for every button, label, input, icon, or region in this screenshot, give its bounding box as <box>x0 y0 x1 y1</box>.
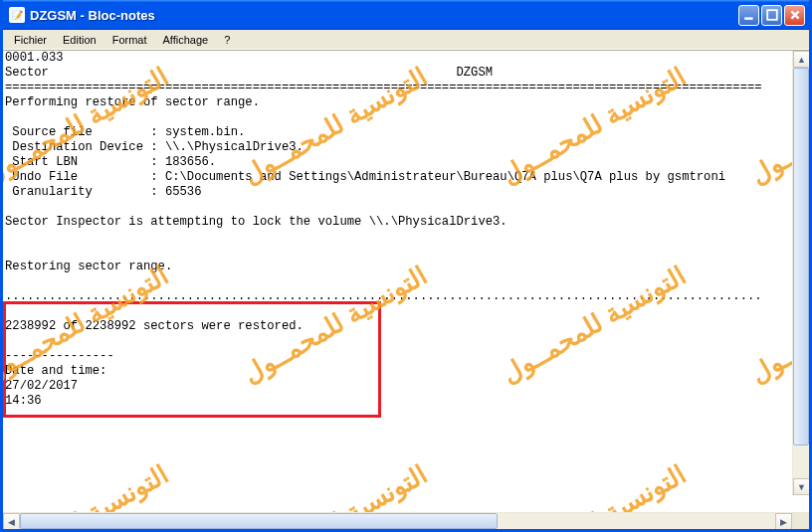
menu-help[interactable]: ? <box>217 32 237 48</box>
vscroll-thumb[interactable] <box>793 68 809 445</box>
text-line: Performing restore of sector range. <box>5 95 260 109</box>
scroll-corner <box>792 512 809 529</box>
scroll-left-icon[interactable]: ◀ <box>3 513 20 529</box>
text-line: Date and time: <box>5 364 106 378</box>
scroll-right-icon[interactable]: ▶ <box>775 513 792 529</box>
text-line: 2238992 of 2238992 sectors were restored… <box>5 319 304 333</box>
svg-rect-0 <box>744 17 752 19</box>
titlebar[interactable]: 📝 DZGSM - Bloc-notes <box>3 0 809 30</box>
client-area: 0001.033 Sector DZGSM ==================… <box>3 50 809 529</box>
text-line: 14:36 <box>5 394 42 408</box>
text-line: Restoring sector range. <box>5 260 172 273</box>
text-area-wrap: 0001.033 Sector DZGSM ==================… <box>3 51 809 512</box>
horizontal-scrollbar[interactable]: ◀ ▶ <box>3 512 792 529</box>
scroll-down-icon[interactable]: ▼ <box>793 478 809 495</box>
menu-file[interactable]: Fichier <box>7 32 54 48</box>
window-controls <box>738 5 805 26</box>
window-title: DZGSM - Bloc-notes <box>30 8 738 23</box>
close-button[interactable] <box>784 5 805 26</box>
text-line: Granularity : 65536 <box>5 185 201 199</box>
text-line: ........................................… <box>5 289 762 303</box>
maximize-button[interactable] <box>761 5 782 26</box>
text-line: Destination Device : \\.\PhysicalDrive3. <box>5 140 304 154</box>
menu-edit[interactable]: Edition <box>56 32 103 48</box>
text-line: ========================================… <box>5 81 762 94</box>
text-line: 27/02/2017 <box>5 379 78 393</box>
text-line: --------------- <box>5 349 114 363</box>
text-line: Start LBN : 183656. <box>5 155 216 169</box>
text-line: Sector Inspector is attempting to lock t… <box>5 215 508 229</box>
menu-view[interactable]: Affichage <box>156 32 216 48</box>
text-area[interactable]: 0001.033 Sector DZGSM ==================… <box>3 51 809 512</box>
minimize-button[interactable] <box>738 5 759 26</box>
notepad-icon: 📝 <box>9 7 25 23</box>
hscroll-thumb[interactable] <box>20 513 498 529</box>
text-line: Sector DZGSM <box>5 66 493 80</box>
text-line: Source file : system.bin. <box>5 125 245 139</box>
window-frame: 📝 DZGSM - Bloc-notes Fichier Edition For… <box>0 0 812 532</box>
vertical-scrollbar[interactable]: ▲ ▼ <box>792 51 809 495</box>
scroll-up-icon[interactable]: ▲ <box>793 51 809 68</box>
text-line: 0001.033 <box>5 51 64 65</box>
text-line: Undo File : C:\Documents and Settings\Ad… <box>5 170 725 184</box>
menubar: Fichier Edition Format Affichage ? <box>3 30 809 50</box>
menu-format[interactable]: Format <box>105 32 154 48</box>
svg-rect-1 <box>767 10 777 20</box>
